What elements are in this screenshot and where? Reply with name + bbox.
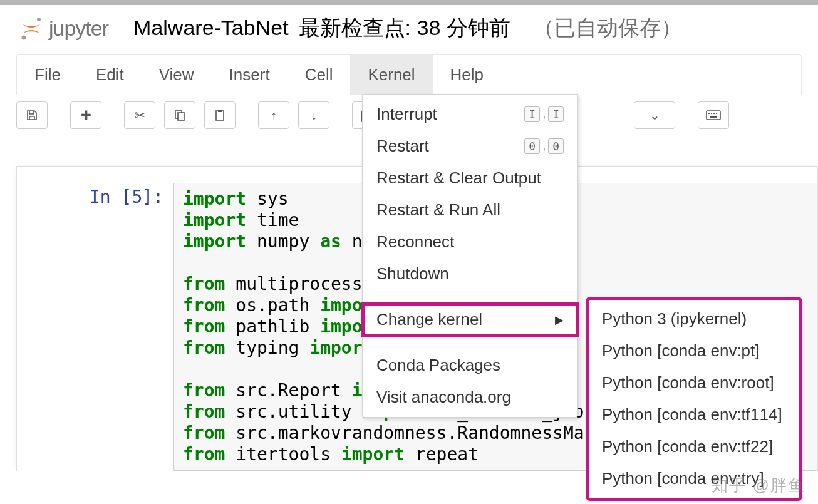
menu-item-label: Restart & Run All	[376, 200, 500, 220]
arrow-down-icon: ↓	[311, 108, 317, 123]
autosave-text: （已自动保存）	[533, 14, 682, 43]
kernel-menu-restart-clear-output[interactable]: Restart & Clear Output	[363, 162, 577, 194]
kernel-menu-restart-run-all[interactable]: Restart & Run All	[363, 194, 577, 226]
svg-rect-5	[218, 110, 222, 112]
shortcut: 0,0	[524, 138, 564, 154]
cut-button[interactable]: ✂	[124, 101, 155, 129]
cell-prompt: In [5]:	[80, 183, 173, 471]
svg-rect-7	[708, 113, 710, 114]
save-button[interactable]	[16, 101, 48, 129]
kernel-menu-interrupt[interactable]: InterruptI,I	[363, 98, 577, 130]
menu-item-label: Change kernel	[376, 310, 482, 329]
jupyter-logo[interactable]: jupyter	[19, 16, 108, 41]
kernel-option[interactable]: Python [conda env:tf114]	[588, 399, 800, 431]
arrow-up-icon: ↑	[271, 108, 277, 123]
kernel-option[interactable]: Python 3 (ipykernel)	[588, 303, 800, 335]
kernel-menu-reconnect[interactable]: Reconnect	[363, 226, 577, 258]
svg-point-0	[37, 18, 41, 21]
menubar: FileEditViewInsertCellKernelHelp	[16, 54, 802, 95]
menu-item-label: Conda Packages	[376, 356, 500, 375]
change-kernel-submenu: Python 3 (ipykernel)Python [conda env:pt…	[588, 299, 800, 471]
kernel-option[interactable]: Python [conda env:pt]	[588, 335, 800, 367]
kernel-menu-shutdown[interactable]: Shutdown	[363, 258, 577, 290]
svg-rect-8	[711, 113, 712, 114]
menu-edit[interactable]: Edit	[78, 55, 142, 95]
menu-view[interactable]: View	[142, 55, 212, 95]
insert-cell-button[interactable]: ✚	[70, 101, 101, 129]
menu-item-label: Interrupt	[376, 105, 437, 124]
celltype-dropdown[interactable]: ⌄	[634, 101, 675, 129]
move-down-button[interactable]: ↓	[298, 101, 329, 129]
kernel-option[interactable]: Python [conda env:tf22]	[588, 431, 800, 463]
shortcut: I,I	[524, 106, 564, 122]
notebook-title[interactable]: Malware-TabNet	[133, 16, 289, 40]
kernel-menu-conda-packages[interactable]: Conda Packages	[363, 349, 577, 381]
kernel-option[interactable]: Python [conda env:root]	[588, 367, 800, 399]
copy-icon	[173, 109, 186, 121]
chevron-down-icon: ⌄	[650, 108, 660, 123]
menubar-container: FileEditViewInsertCellKernelHelp	[0, 54, 818, 95]
paste-icon	[214, 109, 226, 121]
svg-rect-6	[707, 111, 720, 120]
checkpoint-text: 最新检查点: 38 分钟前	[299, 14, 510, 43]
svg-rect-3	[178, 113, 184, 120]
svg-rect-4	[216, 111, 224, 120]
submenu-caret-icon: ▶	[555, 313, 564, 327]
menu-item-label: Shutdown	[376, 264, 449, 284]
menu-item-label: Visit anaconda.org	[376, 388, 511, 407]
kernel-menu-restart[interactable]: Restart0,0	[363, 130, 577, 162]
move-up-button[interactable]: ↑	[258, 101, 289, 129]
plus-icon: ✚	[81, 108, 91, 123]
menu-help[interactable]: Help	[433, 55, 501, 95]
menu-cell[interactable]: Cell	[287, 55, 351, 95]
command-palette-button[interactable]	[698, 101, 729, 129]
svg-rect-11	[710, 116, 717, 118]
save-icon	[26, 109, 38, 121]
header: jupyter Malware-TabNet 最新检查点: 38 分钟前 （已自…	[0, 5, 818, 54]
menu-item-label: Restart & Clear Output	[376, 168, 541, 188]
kernel-menu-dropdown: InterruptI,IRestart0,0Restart & Clear Ou…	[362, 94, 578, 418]
kernel-option[interactable]: Python [conda env:try]	[588, 463, 800, 471]
paste-button[interactable]	[204, 101, 236, 129]
window-top-border	[0, 0, 818, 5]
jupyter-logo-text: jupyter	[49, 16, 108, 41]
kernel-menu-visit-anaconda-org[interactable]: Visit anaconda.org	[363, 381, 577, 413]
copy-button[interactable]	[164, 101, 195, 129]
svg-point-1	[22, 36, 26, 40]
keyboard-icon	[706, 110, 721, 120]
menu-file[interactable]: File	[17, 55, 78, 95]
menu-insert[interactable]: Insert	[212, 55, 287, 95]
menu-item-label: Reconnect	[376, 232, 454, 252]
jupyter-logo-icon	[19, 16, 44, 41]
menu-item-label: Restart	[376, 136, 429, 156]
svg-rect-9	[713, 113, 715, 114]
menu-kernel[interactable]: Kernel	[350, 55, 432, 95]
svg-rect-10	[716, 113, 717, 114]
cut-icon: ✂	[135, 108, 145, 123]
kernel-menu-change-kernel[interactable]: Change kernel▶	[363, 304, 577, 336]
